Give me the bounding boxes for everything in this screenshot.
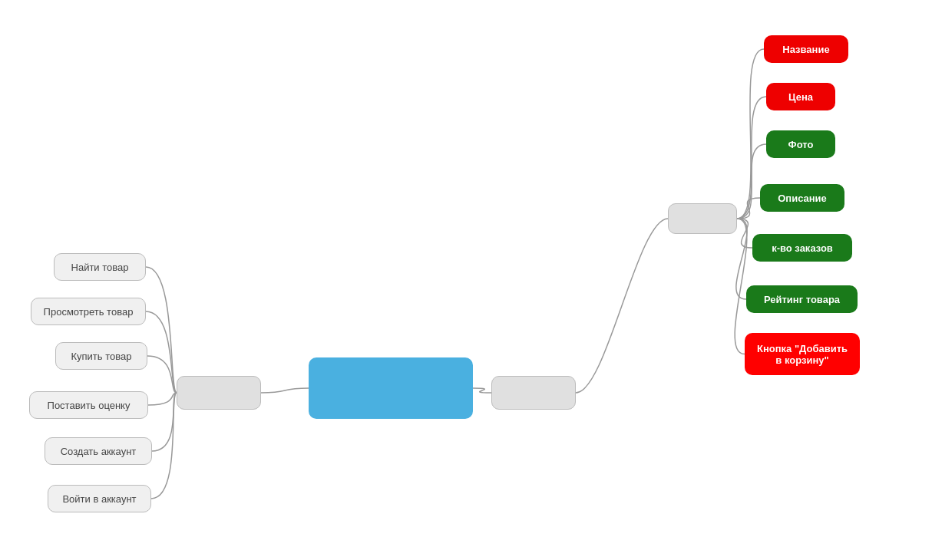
right-leaf-4: к-во заказов xyxy=(752,234,852,262)
right-leaf-5: Рейтинг товара xyxy=(746,285,858,313)
leaf-node-2: Купить товар xyxy=(55,342,147,370)
center-node xyxy=(309,357,473,419)
right-leaf-2: Фото xyxy=(766,130,835,158)
left-mid-node xyxy=(177,376,261,410)
leaf-node-4: Создать аккаунт xyxy=(45,437,152,465)
right-leaf-3: Описание xyxy=(760,184,844,212)
right-leaf-1: Цена xyxy=(766,83,835,110)
leaf-node-1: Просмотреть товар xyxy=(31,298,146,325)
right-mid-node xyxy=(491,376,576,410)
leaf-node-5: Войти в аккаунт xyxy=(48,485,151,512)
leaf-node-0: Найти товар xyxy=(54,253,146,281)
leaf-node-3: Поставить оценку xyxy=(29,391,148,419)
right-leaf-6: Кнопка "Добавить в корзину" xyxy=(745,333,860,375)
right-leaf-0: Название xyxy=(764,35,848,63)
product-mid-node xyxy=(668,203,737,234)
